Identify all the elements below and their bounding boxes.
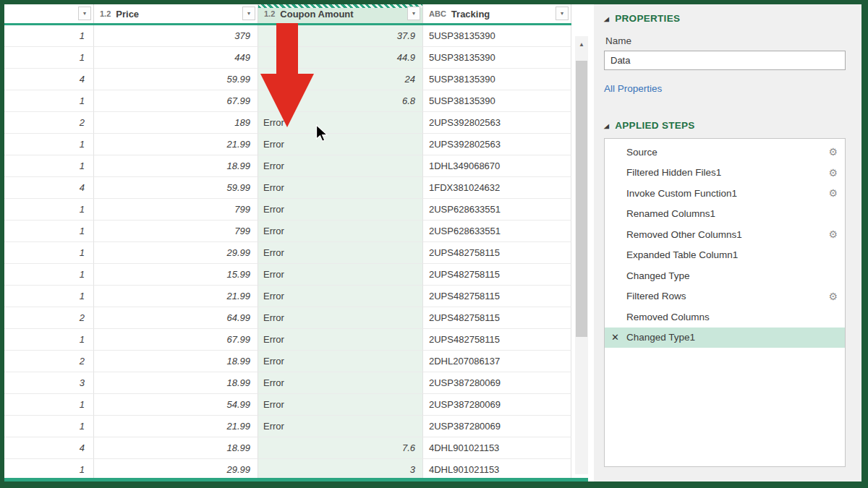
applied-step-item[interactable]: ✕ Removed Other Columns1 ⚙	[605, 224, 845, 245]
quantity-cell[interactable]: 1	[4, 242, 94, 264]
gear-icon[interactable]: ⚙	[828, 167, 838, 179]
applied-step-item[interactable]: ✕ Expanded Table Column1	[605, 245, 845, 266]
applied-step-item[interactable]: ✕ Changed Type	[605, 265, 845, 286]
tracking-cell[interactable]: 5USP38135390	[423, 90, 571, 112]
coupon-amount-cell[interactable]: 24	[258, 69, 423, 90]
tracking-cell[interactable]: 2USP387280069	[423, 416, 571, 437]
coupon-amount-cell[interactable]: Error	[258, 307, 423, 329]
coupon-amount-cell[interactable]: Error	[258, 329, 423, 351]
price-cell[interactable]: 15.99	[94, 264, 258, 286]
tracking-cell[interactable]: 2USP628633551	[423, 221, 571, 242]
price-cell[interactable]: 449	[94, 47, 258, 69]
price-cell[interactable]: 379	[94, 25, 258, 47]
coupon-amount-cell[interactable]: 6.8	[258, 90, 423, 112]
coupon-amount-cell[interactable]: 7.6	[258, 437, 423, 459]
quantity-cell[interactable]: 1	[4, 47, 94, 69]
column-header-tracking[interactable]: ABC Tracking ▾	[423, 4, 571, 23]
filter-dropdown-icon[interactable]: ▾	[78, 7, 91, 20]
filter-dropdown-icon[interactable]: ▾	[407, 7, 420, 20]
coupon-amount-cell[interactable]: Error	[258, 112, 423, 134]
price-cell[interactable]: 799	[94, 221, 258, 242]
applied-step-item[interactable]: ✕ Changed Type1	[605, 328, 845, 348]
properties-section-header[interactable]: ◢ PROPERTIES	[604, 13, 846, 24]
applied-step-item[interactable]: ✕ Renamed Columns1	[605, 204, 845, 225]
quantity-cell[interactable]: 4	[4, 69, 94, 90]
gear-icon[interactable]: ⚙	[828, 291, 838, 302]
quantity-cell[interactable]: 3	[4, 372, 94, 394]
price-cell[interactable]: 64.99	[94, 307, 258, 329]
coupon-amount-cell[interactable]: Error	[258, 155, 423, 177]
price-cell[interactable]: 18.99	[94, 372, 258, 394]
tracking-cell[interactable]: 2UPS482758115	[423, 329, 571, 351]
delete-step-icon[interactable]: ✕	[611, 332, 619, 343]
coupon-amount-cell[interactable]: Error	[258, 264, 423, 286]
gear-icon[interactable]: ⚙	[828, 228, 838, 240]
coupon-amount-cell[interactable]: Error	[258, 394, 423, 416]
quantity-cell[interactable]: 1	[4, 286, 94, 307]
scroll-up-arrow-icon[interactable]: ▲	[575, 36, 588, 52]
price-cell[interactable]: 21.99	[94, 286, 258, 307]
coupon-amount-cell[interactable]: 44.9	[258, 47, 423, 69]
coupon-amount-cell[interactable]: Error	[258, 221, 423, 242]
tracking-cell[interactable]: 2DHL207086137	[423, 351, 571, 372]
tracking-cell[interactable]: 2USP387280069	[423, 372, 571, 394]
tracking-cell[interactable]: 2UPS392802563	[423, 112, 571, 134]
tracking-cell[interactable]: 5USP38135390	[423, 47, 571, 69]
scrollbar-track[interactable]: ▲	[575, 36, 588, 474]
tracking-cell[interactable]: 5USP38135390	[423, 69, 571, 90]
coupon-amount-cell[interactable]: Error	[258, 351, 423, 372]
scrollbar-thumb[interactable]	[576, 61, 587, 337]
applied-step-item[interactable]: ✕ Source ⚙	[605, 142, 845, 163]
tracking-cell[interactable]: 4DHL901021153	[423, 437, 571, 459]
applied-step-item[interactable]: ✕ Filtered Rows ⚙	[605, 286, 845, 307]
tracking-cell[interactable]: 2UPS482758115	[423, 264, 571, 286]
quantity-cell[interactable]: 1	[4, 134, 94, 155]
filter-dropdown-icon[interactable]: ▾	[242, 7, 255, 20]
price-cell[interactable]: 67.99	[94, 329, 258, 351]
applied-steps-section-header[interactable]: ◢ APPLIED STEPS	[604, 120, 846, 131]
gear-icon[interactable]: ⚙	[828, 146, 838, 158]
coupon-amount-cell[interactable]: Error	[258, 134, 423, 155]
applied-step-item[interactable]: ✕ Filtered Hidden Files1 ⚙	[605, 163, 845, 184]
quantity-cell[interactable]: 1	[4, 394, 94, 416]
tracking-cell[interactable]: 1FDX381024632	[423, 177, 571, 199]
coupon-amount-cell[interactable]: Error	[258, 286, 423, 307]
applied-step-item[interactable]: ✕ Invoke Custom Function1 ⚙	[605, 183, 845, 204]
quantity-cell[interactable]: 4	[4, 437, 94, 459]
gear-icon[interactable]: ⚙	[828, 187, 838, 199]
tracking-cell[interactable]: 2UPS482758115	[423, 307, 571, 329]
quantity-cell[interactable]: 1	[4, 416, 94, 437]
column-header-index[interactable]: ▾	[4, 4, 94, 23]
applied-step-item[interactable]: ✕ Removed Columns	[605, 307, 845, 328]
tracking-cell[interactable]: 2UPS482758115	[423, 242, 571, 264]
coupon-amount-cell[interactable]: Error	[258, 372, 423, 394]
quantity-cell[interactable]: 1	[4, 199, 94, 221]
quantity-cell[interactable]: 1	[4, 264, 94, 286]
query-name-input[interactable]	[604, 51, 846, 70]
quantity-cell[interactable]: 1	[4, 329, 94, 351]
price-cell[interactable]: 18.99	[94, 155, 258, 177]
coupon-amount-cell[interactable]: 37.9	[258, 25, 423, 47]
tracking-cell[interactable]: 5USP38135390	[423, 25, 571, 47]
column-header-price[interactable]: 1.2 Price ▾	[94, 4, 258, 23]
all-properties-link[interactable]: All Properties	[604, 83, 846, 94]
filter-dropdown-icon[interactable]: ▾	[556, 7, 569, 20]
tracking-cell[interactable]: 2USP628633551	[423, 199, 571, 221]
quantity-cell[interactable]: 1	[4, 155, 94, 177]
coupon-amount-cell[interactable]: Error	[258, 177, 423, 199]
tracking-cell[interactable]: 2UPS482758115	[423, 286, 571, 307]
coupon-amount-cell[interactable]: Error	[258, 242, 423, 264]
price-cell[interactable]: 29.99	[94, 242, 258, 264]
price-cell[interactable]: 189	[94, 112, 258, 134]
price-cell[interactable]: 59.99	[94, 177, 258, 199]
price-cell[interactable]: 18.99	[94, 351, 258, 372]
price-cell[interactable]: 67.99	[94, 90, 258, 112]
quantity-cell[interactable]: 2	[4, 351, 94, 372]
column-header-coupon-amount[interactable]: 1.2 Coupon Amount ▾	[258, 4, 423, 23]
price-cell[interactable]: 59.99	[94, 69, 258, 90]
tracking-cell[interactable]: 2USP387280069	[423, 394, 571, 416]
quantity-cell[interactable]: 2	[4, 112, 94, 134]
quantity-cell[interactable]: 2	[4, 307, 94, 329]
price-cell[interactable]: 21.99	[94, 134, 258, 155]
quantity-cell[interactable]: 1	[4, 221, 94, 242]
